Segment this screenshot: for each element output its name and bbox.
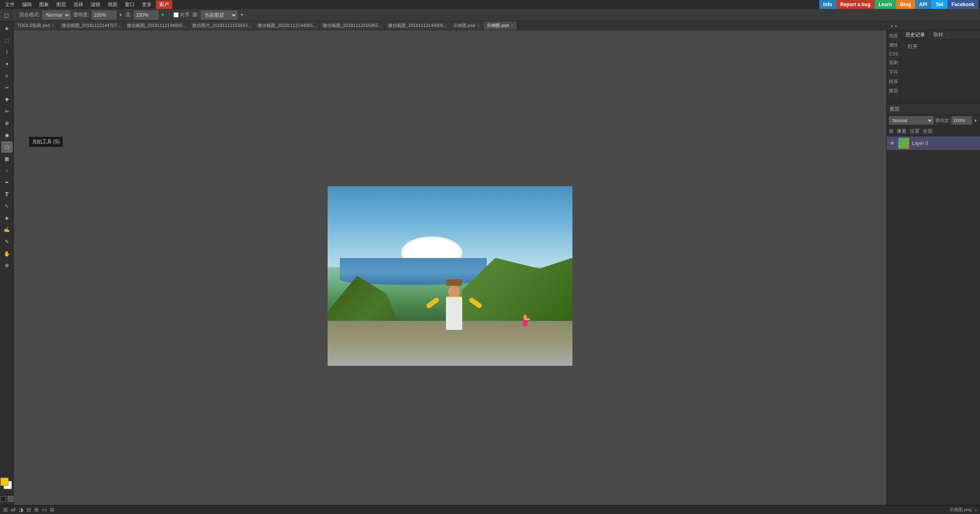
tab-wechat3[interactable]: 微信截图_20181112144005... ×	[254, 21, 319, 30]
tool-heal[interactable]: ✚	[1, 94, 13, 105]
info-label[interactable]: 信息	[887, 32, 900, 40]
tool-tooltip: 充陷工具 (S)	[29, 136, 63, 147]
tab-history[interactable]: 历史记录	[901, 30, 929, 40]
status-icon-copy[interactable]: ⧉	[50, 507, 54, 513]
brush-label[interactable]: 笔刷	[887, 59, 900, 67]
status-icon-circle[interactable]: ◑	[19, 507, 23, 513]
tool-pen[interactable]: ✒	[1, 177, 13, 188]
source-arrow[interactable]: ▼	[240, 13, 244, 17]
tab-example-psd[interactable]: 示例图.psd ×	[450, 21, 484, 30]
layer-item-0[interactable]: 👁 Layer 0	[887, 136, 980, 150]
lock-all[interactable]: 全部	[923, 128, 933, 135]
arm-left	[426, 297, 440, 309]
learn-button[interactable]: Learn	[875, 0, 896, 9]
tool-text[interactable]: T	[1, 189, 13, 200]
tab-wechat-img[interactable]: 微信图片_20181112153543... ×	[189, 21, 254, 30]
properties-area: 信息 属性 CSS 笔刷 字符 段落 图层 历史记录 取样	[887, 30, 980, 104]
photo-canvas[interactable]	[328, 186, 572, 366]
foreground-color-swatch[interactable]	[0, 478, 9, 486]
align-checkbox[interactable]	[173, 12, 179, 18]
align-checkbox-label: 对齐	[173, 11, 190, 18]
tool-clone[interactable]: ⊕	[1, 118, 13, 129]
color-swatch-area	[0, 478, 13, 492]
layers-label[interactable]: 图层	[887, 87, 900, 95]
status-icon-grid[interactable]: ⊞	[3, 507, 8, 513]
opacity-input[interactable]	[92, 11, 116, 20]
tab-close-example-active[interactable]: ×	[510, 23, 514, 28]
flow-input[interactable]	[134, 11, 158, 20]
opacity-arrow[interactable]: ▼	[119, 13, 123, 17]
tab-wechat5[interactable]: 微信截图_20181112144005... ×	[385, 21, 450, 30]
menu-more[interactable]: 更多	[139, 0, 155, 9]
tool-dodge[interactable]: ○	[1, 165, 13, 176]
source-select[interactable]: 当前图层	[201, 11, 237, 20]
tool-magic-wand[interactable]: ✦	[1, 58, 13, 70]
menu-view[interactable]: 视图	[104, 0, 121, 9]
tool-eyedropper[interactable]: ✍	[1, 224, 13, 236]
menu-window[interactable]: 窗口	[122, 0, 138, 9]
blend-mode-select[interactable]: Normal	[42, 11, 71, 20]
tab-example-psd-active[interactable]: 示例图.psd ×	[483, 21, 517, 30]
menu-file[interactable]: 文件	[2, 0, 18, 9]
char-label[interactable]: 字符	[887, 68, 900, 76]
flow-arrow[interactable]: ▼	[161, 13, 165, 17]
info-button[interactable]: Info	[819, 0, 836, 9]
tool-zoom[interactable]: ⊕	[1, 260, 13, 271]
tool-move[interactable]: ✥	[1, 23, 13, 34]
canvas-area[interactable]: 充陷工具 (S)	[14, 30, 886, 505]
twi-button[interactable]: Twi	[931, 0, 947, 9]
menu-user[interactable]: 索户	[156, 0, 172, 9]
blog-button[interactable]: Blog	[896, 0, 915, 9]
tool-mode-normal[interactable]	[0, 496, 6, 502]
menu-layer[interactable]: 图层	[53, 0, 69, 9]
layers-opacity-input[interactable]	[951, 116, 972, 125]
menu-image[interactable]: 图象	[36, 0, 52, 9]
tab-sample[interactable]: 取样	[929, 30, 948, 40]
report-bug-button[interactable]: Report a bug	[836, 0, 875, 9]
layers-blend-mode-select[interactable]: Normal	[889, 116, 933, 125]
layer-visibility-toggle[interactable]: 👁	[889, 140, 896, 147]
tab-wechat2[interactable]: 微信截图_20181112144005... ×	[124, 21, 189, 30]
tool-select-rect[interactable]: ⬚	[1, 35, 13, 46]
lock-pixels[interactable]: 像素	[897, 128, 907, 135]
menu-edit[interactable]: 编辑	[19, 0, 35, 9]
css-label[interactable]: CSS	[887, 51, 900, 57]
tool-brush[interactable]: ✏	[1, 106, 13, 117]
tab-tools-guide[interactable]: TOOLS指南.psd ×	[14, 21, 58, 30]
tabs-bar: TOOLS指南.psd × 微信截图_20181112144707... × 微…	[14, 21, 886, 30]
tool-eyedropper-top[interactable]: ✂	[1, 82, 13, 93]
status-icon-minus[interactable]: ⊟	[27, 507, 31, 513]
tool-eraser[interactable]: ◻	[1, 141, 13, 153]
status-icon-rect[interactable]: ▭	[42, 507, 47, 513]
facebook-button[interactable]: Facebook	[947, 0, 978, 9]
tool-hand[interactable]: ✋	[1, 248, 13, 259]
layers-opacity-label: 透明度:	[935, 118, 950, 124]
tab-close-tools-guide[interactable]: ×	[51, 23, 55, 28]
api-button[interactable]: API	[915, 0, 931, 9]
tool-path-select[interactable]: ↖	[1, 200, 13, 212]
tool-gradient[interactable]: ▦	[1, 153, 13, 165]
status-icon-grid2[interactable]: ⊞	[34, 507, 39, 513]
tab-wechat4[interactable]: 微信截图_20181112155855... ×	[319, 21, 385, 30]
tool-note[interactable]: ✎	[1, 236, 13, 247]
tab-wechat1[interactable]: 微信截图_20181112144707... ×	[58, 21, 124, 30]
tool-shape[interactable]: ◈	[1, 212, 13, 224]
layers-opacity-arrow[interactable]: ▼	[973, 118, 978, 123]
status-bar: ⊞ ef ◑ ⊟ ⊞ ▭ ⧉ 示例图.png ›	[0, 505, 980, 514]
layers-panel-header: 图层	[887, 104, 980, 115]
status-right: 示例图.png ›	[949, 507, 977, 513]
status-icon-ef[interactable]: ef	[11, 507, 16, 513]
menu-filter[interactable]: 滤镜	[87, 0, 104, 9]
tab-close-example-psd[interactable]: ×	[477, 23, 480, 28]
para-label[interactable]: 段落	[887, 78, 900, 85]
collapse-button[interactable]: « »	[888, 22, 899, 29]
tool-mode-alt[interactable]	[8, 496, 13, 502]
tool-lasso[interactable]: ⌇	[1, 47, 13, 58]
tool-crop[interactable]: ⌗	[1, 70, 13, 82]
tool-history[interactable]: ◉	[1, 129, 13, 141]
history-content: 打开	[901, 40, 980, 53]
lock-position[interactable]: 位置	[910, 128, 920, 135]
status-arrow[interactable]: ›	[975, 507, 977, 513]
props-label[interactable]: 属性	[887, 41, 900, 49]
menu-select[interactable]: 选择	[70, 0, 86, 9]
